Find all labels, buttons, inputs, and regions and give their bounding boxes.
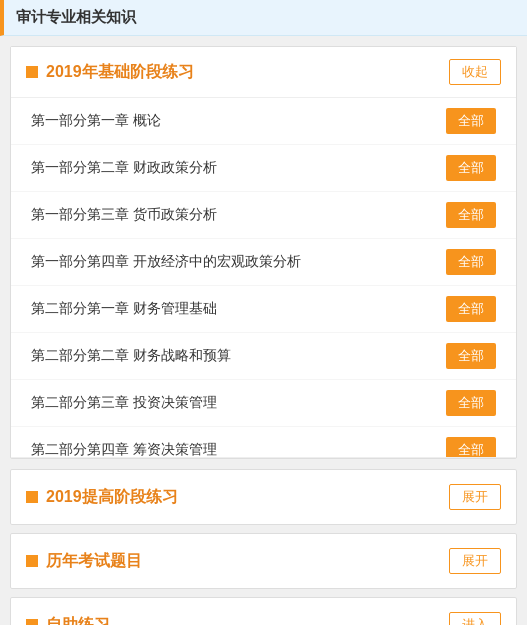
bottom-sections: 2019提高阶段练习展开历年考试题目展开自助练习进入 [10, 469, 517, 625]
all-button-7[interactable]: 全部 [446, 390, 496, 416]
all-button-4[interactable]: 全部 [446, 249, 496, 275]
square-icon-advanced [26, 491, 38, 503]
all-button-5[interactable]: 全部 [446, 296, 496, 322]
chapter-text: 第一部分第一章 概论 [31, 112, 161, 130]
list-item: 第二部分第一章 财务管理基础全部 [11, 286, 516, 333]
page-container: 审计专业相关知识 2019年基础阶段练习 收起 第一部分第一章 概论全部第一部分… [0, 0, 527, 625]
section-title-history: 历年考试题目 [46, 551, 142, 572]
list-item: 第二部分第二章 财务战略和预算全部 [11, 333, 516, 380]
section-header: 2019年基础阶段练习 收起 [11, 47, 516, 98]
chapter-text: 第二部分第四章 筹资决策管理 [31, 441, 217, 458]
page-title: 审计专业相关知识 [16, 8, 136, 25]
chapter-text: 第二部分第一章 财务管理基础 [31, 300, 217, 318]
all-button-1[interactable]: 全部 [446, 108, 496, 134]
page-header: 审计专业相关知识 [0, 0, 527, 36]
section-header-left-advanced: 2019提高阶段练习 [26, 487, 178, 508]
section-header-left-self: 自助练习 [26, 615, 110, 626]
section-header-left: 2019年基础阶段练习 [26, 62, 194, 83]
square-icon-history [26, 555, 38, 567]
list-item: 第一部分第一章 概论全部 [11, 98, 516, 145]
bottom-section-self: 自助练习进入 [10, 597, 517, 625]
bottom-section-header-history: 历年考试题目展开 [11, 534, 516, 588]
section-header-left-history: 历年考试题目 [26, 551, 142, 572]
enter-button-self[interactable]: 进入 [449, 612, 501, 625]
list-item: 第一部分第四章 开放经济中的宏观政策分析全部 [11, 239, 516, 286]
all-button-3[interactable]: 全部 [446, 202, 496, 228]
list-item: 第一部分第二章 财政政策分析全部 [11, 145, 516, 192]
all-button-8[interactable]: 全部 [446, 437, 496, 458]
chapter-list: 第一部分第一章 概论全部第一部分第二章 财政政策分析全部第一部分第三章 货币政策… [11, 98, 516, 458]
list-item: 第二部分第三章 投资决策管理全部 [11, 380, 516, 427]
bottom-section-history: 历年考试题目展开 [10, 533, 517, 589]
main-section: 2019年基础阶段练习 收起 第一部分第一章 概论全部第一部分第二章 财政政策分… [10, 46, 517, 459]
section-title-self: 自助练习 [46, 615, 110, 626]
square-icon-self [26, 619, 38, 625]
section-title-advanced: 2019提高阶段练习 [46, 487, 178, 508]
list-item: 第二部分第四章 筹资决策管理全部 [11, 427, 516, 458]
bottom-section-advanced: 2019提高阶段练习展开 [10, 469, 517, 525]
chapter-text: 第一部分第二章 财政政策分析 [31, 159, 217, 177]
toggle-button[interactable]: 收起 [449, 59, 501, 85]
section-square-icon [26, 66, 38, 78]
chapter-text: 第二部分第二章 财务战略和预算 [31, 347, 231, 365]
chapter-text: 第一部分第三章 货币政策分析 [31, 206, 217, 224]
list-item: 第一部分第三章 货币政策分析全部 [11, 192, 516, 239]
bottom-section-header-self: 自助练习进入 [11, 598, 516, 625]
expand-button-advanced[interactable]: 展开 [449, 484, 501, 510]
chapter-text: 第二部分第三章 投资决策管理 [31, 394, 217, 412]
all-button-2[interactable]: 全部 [446, 155, 496, 181]
expand-button-history[interactable]: 展开 [449, 548, 501, 574]
all-button-6[interactable]: 全部 [446, 343, 496, 369]
chapter-text: 第一部分第四章 开放经济中的宏观政策分析 [31, 253, 301, 271]
bottom-section-header-advanced: 2019提高阶段练习展开 [11, 470, 516, 524]
main-section-title: 2019年基础阶段练习 [46, 62, 194, 83]
